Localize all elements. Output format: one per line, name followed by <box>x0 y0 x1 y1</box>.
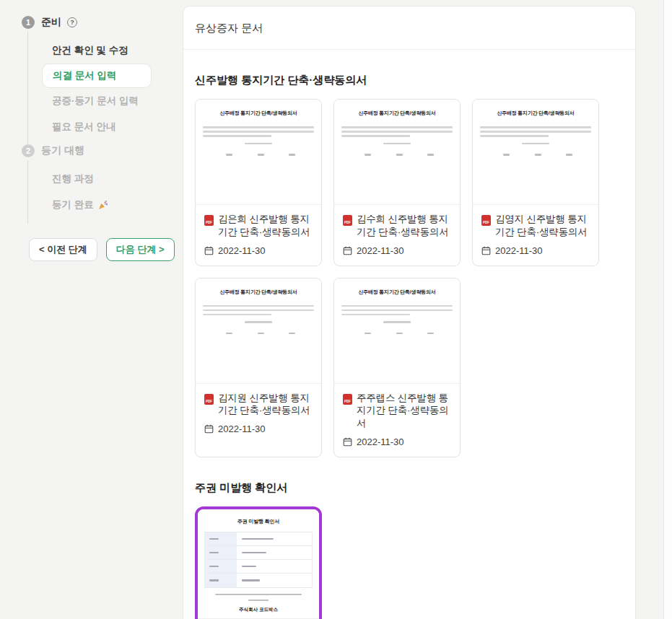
section-title-share-certificate: 주권 미발행 확인서 <box>195 481 624 495</box>
preview-date-line <box>383 143 411 145</box>
step-nav-buttons: < 이전 단계 다음 단계 > <box>29 238 173 261</box>
document-preview: 신주배정 통지기간 단축/생략동의서 <box>334 278 460 384</box>
step-2-label: 등기 대행 <box>41 144 84 157</box>
step-group-1: 1 준비 ? 안건 확인 및 수정 의결 문서 입력 공증·등기 문서 입력 필… <box>22 14 173 143</box>
preview-doc-title: 신주배정 통지기간 단축/생략동의서 <box>341 110 453 117</box>
calendar-icon <box>343 437 352 447</box>
preview-date-line <box>522 143 549 145</box>
help-icon[interactable]: ? <box>67 17 77 27</box>
next-step-button[interactable]: 다음 단계 > <box>106 238 175 261</box>
sidebar-item-required-docs[interactable]: 필요 문서 안내 <box>52 114 173 140</box>
calendar-icon <box>204 424 214 434</box>
scrollbar[interactable] <box>663 0 672 619</box>
panel-body: 신주발행 통지기간 단축·생략동의서 신주배정 통지기간 단축/생략동의서 <box>183 74 635 619</box>
sidebar-item-notary-registry-docs[interactable]: 공증·등기 문서 입력 <box>52 88 173 114</box>
sidebar-item-registry-complete[interactable]: 등기 완료 <box>52 192 173 218</box>
sidebar-item-progress[interactable]: 진행 과정 <box>52 166 173 192</box>
document-card[interactable]: 신주배정 통지기간 단축/생략동의서 PDF 김영지 신주발행 통지기간 단축·… <box>472 99 599 266</box>
preview-text-lines <box>341 126 453 137</box>
documents-panel: 유상증자 문서 신주발행 통지기간 단축·생략동의서 신주배정 통지기간 단축/… <box>183 6 636 619</box>
preview-doc-title: 신주배정 통지기간 단축/생략동의서 <box>480 110 591 117</box>
pdf-icon: PDF <box>204 215 214 226</box>
step-2-header: 2 등기 대행 <box>22 143 173 159</box>
preview-text-lines <box>341 305 453 316</box>
document-date: 2022-11-30 <box>357 436 404 447</box>
document-preview: 신주배정 통지기간 단축/생략동의서 <box>334 100 460 205</box>
preview-signature-row <box>203 154 314 156</box>
preview-signature-row <box>203 333 314 335</box>
step-group-2: 2 등기 대행 진행 과정 등기 완료 <box>22 143 173 221</box>
preview-signature-row <box>480 154 591 156</box>
preview-table <box>204 532 313 588</box>
sidebar-item-agenda-check[interactable]: 안건 확인 및 수정 <box>52 38 173 63</box>
registry-complete-label: 등기 완료 <box>52 198 94 211</box>
pdf-icon: PDF <box>343 215 352 226</box>
document-preview: 신주배정 통지기간 단축/생략동의서 <box>473 100 598 205</box>
document-title: 김영지 신주발행 통지기간 단축·생략동의서 <box>495 213 590 239</box>
preview-date-line <box>383 321 411 323</box>
party-popper-icon <box>98 200 108 210</box>
document-title: 주주랩스 신주발행 통지기간 단축·생략동의서 <box>357 392 451 430</box>
consent-docs-grid: 신주배정 통지기간 단축/생략동의서 PDF 김은희 신주발행 통지기간 단축·… <box>195 99 624 457</box>
pdf-icon: PDF <box>343 394 352 405</box>
card-body: PDF 김수희 신주발행 통지기간 단축·생략동의서 2022-11-30 <box>334 205 460 265</box>
preview-signature-row <box>341 333 453 335</box>
document-card[interactable]: 신주배정 통지기간 단축/생략동의서 PDF 주주랩스 신주발행 통지기간 단축… <box>333 278 461 457</box>
document-date: 2022-11-30 <box>218 423 266 434</box>
card-body: PDF 김영지 신주발행 통지기간 단축·생략동의서 2022-11-30 <box>473 205 598 265</box>
document-preview: 신주배정 통지기간 단축/생략동의서 <box>196 278 321 384</box>
pdf-icon: PDF <box>481 215 491 226</box>
step-1-header: 1 준비 ? <box>22 14 173 30</box>
step-1-items: 안건 확인 및 수정 의결 문서 입력 공증·등기 문서 입력 필요 문서 안내 <box>22 30 173 143</box>
preview-date-line <box>245 143 272 145</box>
document-card[interactable]: 신주배정 통지기간 단축/생략동의서 PDF 김지원 신주발행 통지기간 단축·… <box>195 278 322 457</box>
step-1-number-badge: 1 <box>22 16 35 29</box>
document-preview: 신주배정 통지기간 단축/생략동의서 <box>196 100 321 205</box>
preview-date-line <box>245 321 272 323</box>
preview-statement-line <box>215 594 302 595</box>
progress-sidebar: 1 준비 ? 안건 확인 및 수정 의결 문서 입력 공증·등기 문서 입력 필… <box>22 14 173 261</box>
step-2-items: 진행 과정 등기 완료 <box>22 159 173 221</box>
preview-text-lines <box>203 126 314 137</box>
preview-doc-title: 신주배정 통지기간 단축/생략동의서 <box>203 289 314 296</box>
preview-signature-row <box>341 154 453 156</box>
preview-text-lines <box>203 305 314 316</box>
document-card[interactable]: 신주배정 통지기간 단축/생략동의서 PDF 김은희 신주발행 통지기간 단축·… <box>195 99 322 266</box>
document-card[interactable]: 신주배정 통지기간 단축/생략동의서 PDF 김수희 신주발행 통지기간 단축·… <box>333 99 461 266</box>
step-2-number-badge: 2 <box>22 144 35 157</box>
document-date: 2022-11-30 <box>495 245 543 256</box>
document-preview: 주권 미발행 확인서 주식회사 코드박스 <box>198 509 319 619</box>
calendar-icon <box>343 246 352 255</box>
calendar-icon <box>481 246 491 255</box>
share-certificate-grid: 주권 미발행 확인서 주식회사 코드박스 <box>195 506 624 619</box>
calendar-icon <box>204 246 214 255</box>
pdf-icon: PDF <box>204 394 214 405</box>
document-title: 김수희 신주발행 통지기간 단축·생략동의서 <box>357 213 451 239</box>
preview-company-name: 주식회사 코드박스 <box>204 607 313 613</box>
preview-doc-title: 신주배정 통지기간 단축/생략동의서 <box>341 289 453 296</box>
preview-text-lines <box>480 126 591 137</box>
preview-doc-title: 신주배정 통지기간 단축/생략동의서 <box>203 110 314 117</box>
step-1-label: 준비 <box>41 16 61 29</box>
sidebar-item-resolution-docs[interactable]: 의결 문서 입력 <box>42 63 152 88</box>
card-body: PDF 김지원 신주발행 통지기간 단축·생략동의서 2022-11-30 <box>196 384 321 444</box>
document-title: 김지원 신주발행 통지기간 단축·생략동의서 <box>218 392 313 418</box>
document-title: 김은희 신주발행 통지기간 단축·생략동의서 <box>218 213 313 239</box>
card-body: PDF 주주랩스 신주발행 통지기간 단축·생략동의서 2022-11-30 <box>334 384 460 457</box>
card-body: PDF 김은희 신주발행 통지기간 단축·생략동의서 2022-11-30 <box>196 205 321 265</box>
section-title-consent-docs: 신주발행 통지기간 단축·생략동의서 <box>195 74 624 87</box>
document-date: 2022-11-30 <box>357 245 404 256</box>
page-title: 유상증자 문서 <box>183 6 635 50</box>
previous-step-button[interactable]: < 이전 단계 <box>29 238 97 261</box>
document-card-highlighted[interactable]: 주권 미발행 확인서 주식회사 코드박스 <box>195 506 322 619</box>
preview-date-line <box>248 600 269 601</box>
preview-doc-title: 주권 미발행 확인서 <box>204 518 313 525</box>
document-date: 2022-11-30 <box>218 245 266 256</box>
